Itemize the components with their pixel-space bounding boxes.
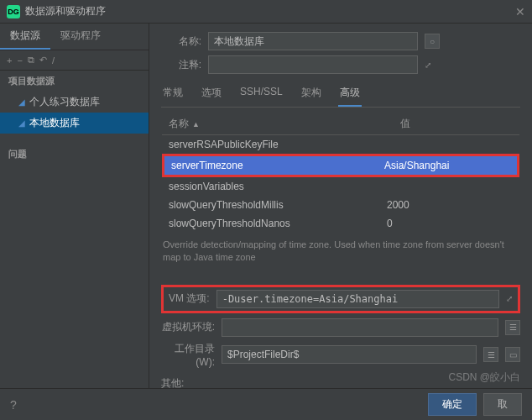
vm-options-label: VM 选项: <box>169 291 210 306</box>
slash-icon[interactable]: / <box>52 55 55 66</box>
tab-schemas[interactable]: 架构 <box>300 82 323 107</box>
db-icon: ◢ <box>18 97 25 107</box>
undo-icon[interactable]: ↶ <box>39 55 47 66</box>
sidebar-header: 项目数据源 <box>0 71 149 92</box>
add-icon[interactable]: + <box>7 55 12 66</box>
dg-logo: DG <box>7 5 20 18</box>
window-title: 数据源和驱动程序 <box>25 4 106 18</box>
tab-general[interactable]: 常规 <box>161 82 185 107</box>
table-row-servertimezone[interactable]: serverTimezoneAsia/Shanghai <box>162 154 519 177</box>
db-icon: ◢ <box>18 118 25 128</box>
tree-item-local-db[interactable]: ◢ 本地数据库 <box>0 113 149 134</box>
other-label: 其他: <box>161 376 520 388</box>
env-label: 虚拟机环境: <box>161 320 215 334</box>
copy-icon[interactable]: ⧉ <box>28 55 34 66</box>
name-label: 名称: <box>161 34 201 49</box>
expand-icon[interactable]: ⤢ <box>425 60 431 70</box>
table-row[interactable]: slowQueryThresholdMillis2000 <box>162 196 519 214</box>
col-name[interactable]: 名称 ▲ <box>162 113 394 134</box>
tab-datasources[interactable]: 数据源 <box>0 24 50 50</box>
tab-options[interactable]: 选项 <box>200 82 223 107</box>
cancel-button[interactable]: 取 <box>483 393 522 416</box>
env-input[interactable] <box>222 318 498 337</box>
table-row[interactable]: serverRSAPublicKeyFile <box>162 135 519 154</box>
vm-options-input[interactable] <box>216 290 499 308</box>
close-icon[interactable]: ✕ <box>515 5 525 18</box>
tree-item-practice-db[interactable]: ◢ 个人练习数据库 <box>0 92 149 113</box>
browse-icon[interactable]: ☰ <box>505 320 520 335</box>
tab-ssh[interactable]: SSH/SSL <box>238 82 284 107</box>
table-row[interactable]: sessionVariables <box>162 177 519 196</box>
problems-header: 问题 <box>0 144 149 165</box>
table-row[interactable]: slowQueryThresholdNanos0 <box>162 214 519 233</box>
color-picker-button[interactable]: ○ <box>425 34 440 49</box>
tree-label: 本地数据库 <box>29 116 80 130</box>
name-input[interactable] <box>208 32 418 50</box>
folder-icon[interactable]: ▭ <box>505 347 520 362</box>
tab-drivers[interactable]: 驱动程序 <box>50 24 111 50</box>
history-icon[interactable]: ☰ <box>483 347 498 362</box>
expand-icon[interactable]: ⤢ <box>506 294 513 303</box>
col-value[interactable]: 值 <box>394 113 519 134</box>
property-help: Override detection/mapping of time zone.… <box>161 234 520 270</box>
ok-button[interactable]: 确定 <box>428 393 477 416</box>
tree-label: 个人练习数据库 <box>29 95 100 109</box>
comment-label: 注释: <box>161 58 201 72</box>
remove-icon[interactable]: − <box>17 55 22 66</box>
tab-advanced[interactable]: 高级 <box>338 82 362 107</box>
comment-input[interactable] <box>208 55 418 74</box>
workdir-input[interactable] <box>222 345 477 364</box>
help-icon[interactable]: ? <box>10 398 17 412</box>
workdir-label: 工作目录(W): <box>161 342 215 368</box>
